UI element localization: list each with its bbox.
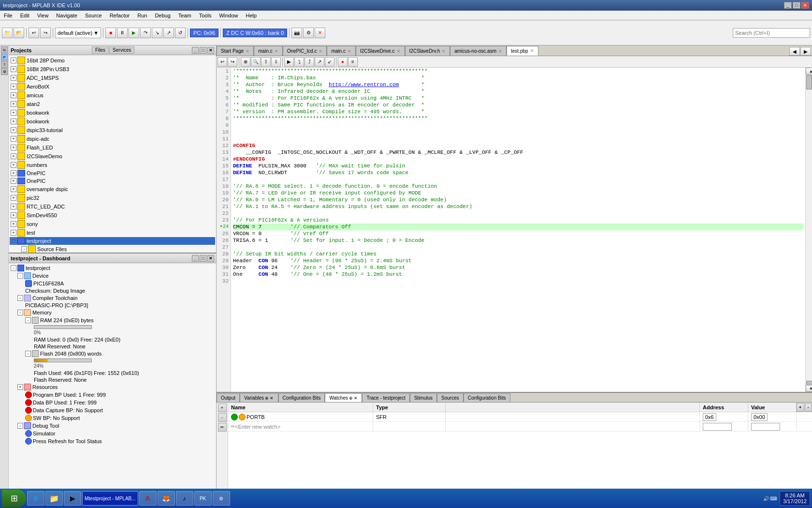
tree-item-onepic1[interactable]: + OnePIC: [10, 169, 215, 177]
menu-help[interactable]: Help: [242, 12, 261, 19]
tab-mainc2[interactable]: main.c ✕: [327, 46, 355, 56]
dash-program-bp[interactable]: Program BP Used: 1 Free: 999: [10, 391, 215, 399]
btab-variables[interactable]: Variables ⊕ ✕: [240, 393, 278, 402]
dash-data-bp[interactable]: Data BP Used: 1 Free: 999: [10, 399, 215, 406]
expand-simdev4550[interactable]: +: [11, 212, 16, 218]
tab-onepiclcdc-close[interactable]: ✕: [319, 49, 322, 54]
minimize-button[interactable]: _: [784, 2, 792, 9]
ed-btn-7[interactable]: ▶: [284, 57, 294, 67]
ed-btn-11[interactable]: ↙: [325, 57, 334, 67]
code-vscroll[interactable]: ▲ ▼: [805, 68, 812, 392]
scroll-down-btn[interactable]: ▼: [806, 385, 812, 392]
tab-mainc1[interactable]: main.c ✕: [254, 46, 282, 56]
expand-bookwork2[interactable]: +: [11, 119, 16, 124]
dash-resources[interactable]: + Resources: [10, 383, 215, 391]
tab-testpbp-close[interactable]: ✕: [530, 48, 534, 53]
expand-sony[interactable]: +: [11, 221, 16, 227]
open-project-btn[interactable]: 📂: [14, 28, 24, 38]
expand-dspicadc[interactable]: +: [11, 136, 16, 142]
btab-configbits2[interactable]: Configuration Bits: [464, 393, 510, 402]
dash-expand-resources[interactable]: +: [17, 384, 23, 390]
expand-amicus[interactable]: +: [11, 92, 16, 98]
tab-mainc2-close[interactable]: ✕: [348, 49, 351, 54]
tree-item-bookwork1[interactable]: + bookwork: [10, 108, 215, 117]
taskbar-acrobat[interactable]: A: [139, 491, 157, 506]
watch-row-new[interactable]: ✏ <Enter new watch>: [228, 422, 812, 432]
btab-configbits1[interactable]: Configuration Bits: [278, 393, 325, 402]
expand-dspic33tutorial[interactable]: +: [11, 127, 16, 133]
tree-item-pic32[interactable]: + pic32: [10, 194, 215, 202]
taskbar-winamp[interactable]: ♪: [176, 491, 193, 506]
ed-btn-stop[interactable]: ●: [338, 57, 348, 67]
menu-run[interactable]: Run: [133, 12, 151, 19]
dash-memory[interactable]: - Memory: [10, 309, 215, 316]
tree-item-rtcledadc[interactable]: + RTC_LED_ADC: [10, 202, 215, 211]
scroll-up-btn[interactable]: ▲: [806, 68, 812, 75]
tree-item-aerobotx[interactable]: + AeroBotX: [10, 82, 215, 91]
btab-watches[interactable]: Watches ⊕ ✕: [325, 393, 362, 402]
dash-compiler-name[interactable]: PICBASIC-PRO [C:\PBP3]: [10, 302, 215, 309]
ed-btn-8[interactable]: ⤵: [294, 57, 304, 67]
expand-numbers[interactable]: +: [11, 162, 16, 168]
nav-icon-1[interactable]: N: [1, 46, 8, 53]
taskbar-clock[interactable]: 8:26 AM 3/17/2012: [780, 491, 810, 506]
ed-btn-9[interactable]: ⤴: [304, 57, 314, 67]
dash-refresh[interactable]: Press Refresh for Tool Status: [10, 437, 215, 445]
watch-del-btn[interactable]: -: [218, 413, 227, 422]
debug-stop-btn[interactable]: ■: [105, 28, 116, 38]
dash-expand-ram[interactable]: -: [25, 317, 31, 323]
watch-edit-btn[interactable]: ✏: [218, 423, 227, 432]
redo-btn[interactable]: ↪: [40, 28, 51, 38]
taskbar-mplab[interactable]: M testproject - MPLAB...: [82, 491, 138, 506]
undo-btn[interactable]: ↩: [29, 28, 39, 38]
tab-mainc1-close[interactable]: ✕: [275, 49, 278, 54]
tab-testpbp[interactable]: test.pbp ✕: [507, 46, 538, 56]
tab-i2cslavedrivec[interactable]: I2CSlaveDrive.c ✕: [356, 46, 405, 56]
tab-scroll-right[interactable]: ▶: [800, 47, 811, 56]
tree-item-numbers[interactable]: + numbers: [10, 161, 215, 169]
btab-stimulus[interactable]: Stimulus: [410, 393, 437, 402]
expand-onepic2[interactable]: +: [11, 178, 16, 184]
tree-item-testproject[interactable]: - testproject: [10, 237, 215, 245]
tree-item-i2cslaveDemo[interactable]: + I2CSlaveDemo: [10, 152, 215, 161]
projects-maximize[interactable]: □: [200, 47, 206, 54]
new-project-btn[interactable]: 📁: [2, 28, 13, 38]
expand-oversampledspic[interactable]: +: [11, 186, 16, 192]
dash-device[interactable]: - Device: [10, 272, 215, 280]
config-dropdown[interactable]: default (active) ▼: [55, 28, 101, 38]
dash-expand-memory[interactable]: -: [17, 310, 23, 315]
menu-file[interactable]: File: [0, 12, 16, 19]
dash-flash[interactable]: - Flash 2048 (0x800) words: [10, 350, 215, 358]
watch-col-add[interactable]: +: [797, 403, 804, 412]
tree-item-atan2[interactable]: + atan2: [10, 100, 215, 108]
debug-pause-btn[interactable]: ⏸: [117, 28, 128, 38]
ed-btn-12[interactable]: ≡: [348, 57, 358, 67]
tree-item-bookwork2[interactable]: + bookwork: [10, 117, 215, 126]
services-tab[interactable]: Services: [109, 46, 134, 54]
tree-item-test[interactable]: + test: [10, 228, 215, 237]
taskbar-folder[interactable]: 📁: [45, 491, 63, 506]
taskbar-media[interactable]: ▶: [64, 491, 81, 506]
expand-rtcledadc[interactable]: +: [11, 204, 16, 209]
settings-btn[interactable]: ⚙: [303, 28, 314, 38]
ed-btn-6[interactable]: ⇩: [271, 57, 281, 67]
dash-expand-device[interactable]: -: [17, 273, 23, 279]
dash-expand-compiler[interactable]: -: [17, 295, 23, 301]
tree-item-onepic2[interactable]: + OnePIC: [10, 177, 215, 185]
ed-btn-10[interactable]: ↗: [315, 57, 324, 67]
btab-sources[interactable]: Sources: [437, 393, 464, 402]
dash-expand-root[interactable]: -: [11, 265, 16, 271]
close-red-btn[interactable]: ✕: [315, 28, 325, 38]
menu-debug[interactable]: Debug: [151, 12, 174, 19]
nav-icon-4[interactable]: ⚙: [1, 68, 8, 75]
tab-amicusnoosc-close[interactable]: ✕: [498, 49, 502, 54]
dashboard-maximize[interactable]: □: [200, 255, 206, 262]
expand-flashled[interactable]: +: [11, 145, 16, 150]
search-input[interactable]: [733, 28, 810, 38]
expand-i2cslavedemo[interactable]: +: [11, 153, 16, 159]
dash-compiler[interactable]: - Compiler Toolchain: [10, 294, 215, 302]
dash-ram-reserved[interactable]: RAM Reserved: None: [10, 343, 215, 350]
watch-add-btn[interactable]: +: [218, 403, 227, 412]
expand-bookwork1[interactable]: +: [11, 110, 16, 116]
menu-refactor[interactable]: Refactor: [106, 12, 134, 19]
